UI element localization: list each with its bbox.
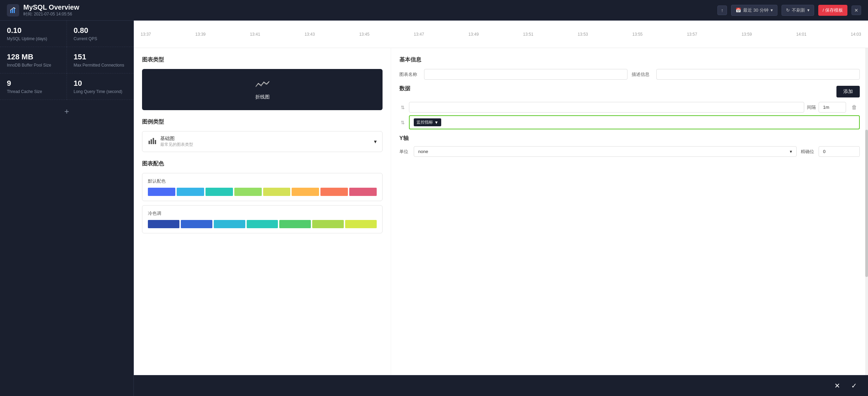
unit-selector[interactable]: none ▾ <box>414 146 797 157</box>
sidebar: 0.10 MySQL Uptime (days) 0.80 Current QP… <box>0 21 134 396</box>
scrollbar-track <box>865 48 868 375</box>
timeline-label-11: 13:59 <box>741 32 752 37</box>
time-range-button[interactable]: 📅 最近 30 分钟 ▾ <box>731 5 777 16</box>
basic-info-title: 基本信息 <box>399 56 860 63</box>
save-template-button[interactable]: / 保存模板 <box>818 5 847 16</box>
modal-confirm-button[interactable]: ✓ <box>848 380 860 391</box>
timeline-label-0: 13:37 <box>141 32 151 37</box>
swatch-4 <box>263 188 291 196</box>
line-chart-icon <box>256 79 269 91</box>
app-header: MySQL Overview 时间: 2021-07-05 14:05:56 ↑… <box>0 0 868 21</box>
chart-type-selector[interactable]: 折线图 <box>142 69 383 110</box>
data-section: 数据 添加 ⇅ 图例名称 间隔 🗑 <box>399 85 860 129</box>
legend-interval-row: ⇅ 图例名称 间隔 🗑 <box>399 102 860 113</box>
default-color-swatches <box>148 188 377 196</box>
refresh-icon: ↻ <box>786 8 790 13</box>
chevron-down-icon-2: ▾ <box>807 8 810 13</box>
bar-chart-icon <box>148 137 156 146</box>
cool-swatch-1 <box>181 220 212 228</box>
drag-handle-up[interactable]: ⇅ <box>399 103 406 112</box>
desc-input[interactable] <box>656 69 860 80</box>
timeline-label-5: 13:47 <box>414 32 424 37</box>
legend-name-input[interactable] <box>409 102 804 113</box>
interval-label: 间隔 <box>807 104 816 110</box>
precision-input[interactable] <box>819 146 860 157</box>
interval-input[interactable] <box>819 102 846 113</box>
main-content: 0.10 MySQL Uptime (days) 0.80 Current QP… <box>0 21 868 396</box>
timeline-label-3: 13:43 <box>305 32 315 37</box>
chart-name-input[interactable] <box>424 69 627 80</box>
modal-dialog: 13:37 13:39 13:41 13:43 13:45 13:47 13:4… <box>134 21 868 396</box>
cool-swatch-0 <box>148 220 179 228</box>
add-data-button[interactable]: 添加 <box>836 86 860 97</box>
cool-color-swatches <box>148 220 377 228</box>
timeline-label-1: 13:39 <box>195 32 206 37</box>
swatch-5 <box>292 188 319 196</box>
scrollbar-thumb[interactable] <box>865 130 868 277</box>
default-palette: 默认配色 <box>142 173 383 201</box>
default-palette-title: 默认配色 <box>148 178 377 184</box>
cool-swatch-4 <box>279 220 311 228</box>
data-header: 数据 添加 <box>399 85 860 98</box>
add-metric-button[interactable]: + <box>0 100 133 123</box>
chart-type-title: 图表类型 <box>142 56 383 63</box>
legend-type-selector[interactable]: 基础图 最常见的图表类型 ▾ <box>142 131 383 152</box>
close-button[interactable]: ✕ <box>852 5 861 15</box>
legend-type-main: 基础图 <box>160 136 193 142</box>
metric-current-qps: 0.80 Current QPS <box>67 21 134 47</box>
y-axis-row: 单位 none ▾ 精确位 <box>399 146 860 157</box>
metric-mysql-uptime: 0.10 MySQL Uptime (days) <box>0 21 67 47</box>
svg-rect-0 <box>10 10 11 13</box>
modal-cancel-button[interactable]: ✕ <box>832 380 843 391</box>
svg-rect-6 <box>155 140 156 144</box>
refresh-button[interactable]: ↻ 不刷新 ▾ <box>782 5 814 16</box>
legend-type-sub: 最常见的图表类型 <box>160 142 193 148</box>
drag-handle-down[interactable]: ⇅ <box>399 118 406 127</box>
delete-legend-button[interactable]: 🗑 <box>849 103 860 112</box>
unit-label: 单位 <box>399 149 410 155</box>
metric-long-query: 10 Long Query Time (second) <box>67 73 134 100</box>
monitor-tag[interactable]: 监控指标 ▼ <box>414 118 441 126</box>
metric-innodb-buffer: 128 MB InnoDB Buffer Pool Size <box>0 47 67 73</box>
modal-right-panel: 基本信息 图表名称 描述信息 数据 添加 <box>391 48 868 375</box>
modal-body: 图表类型 折线图 图例类型 <box>134 48 868 375</box>
data-title: 数据 <box>399 85 410 92</box>
y-axis-section: Y轴 单位 none ▾ 精确位 <box>399 135 860 157</box>
unit-chevron-icon: ▾ <box>790 149 792 154</box>
unit-value: none <box>418 149 428 154</box>
app-logo <box>7 4 19 16</box>
timeline-label-12: 14:01 <box>796 32 807 37</box>
legend-text-group: 基础图 最常见的图表类型 <box>160 136 193 148</box>
monitor-indicator-selector[interactable]: 监控指标 ▼ <box>409 115 860 129</box>
chart-name-row: 图表名称 描述信息 <box>399 69 860 80</box>
app-subtitle: 时间: 2021-07-05 14:05:56 <box>23 11 79 17</box>
app-title: MySQL Overview <box>23 3 79 11</box>
swatch-1 <box>177 188 204 196</box>
metrics-grid: 0.10 MySQL Uptime (days) 0.80 Current QP… <box>0 21 133 100</box>
svg-rect-3 <box>149 141 150 144</box>
chevron-down-icon: ▾ <box>771 8 773 13</box>
cool-swatch-5 <box>312 220 344 228</box>
timeline-label-2: 13:41 <box>250 32 260 37</box>
metric-thread-cache: 9 Thread Cache Size <box>0 73 67 100</box>
cool-palette-title: 冷色调 <box>148 210 377 217</box>
swatch-0 <box>148 188 175 196</box>
svg-rect-5 <box>153 138 154 144</box>
header-right: ↑ 📅 最近 30 分钟 ▾ ↻ 不刷新 ▾ / 保存模板 ✕ <box>717 5 861 16</box>
timeline-label-7: 13:51 <box>523 32 533 37</box>
header-left: MySQL Overview 时间: 2021-07-05 14:05:56 <box>7 3 79 17</box>
svg-rect-4 <box>151 139 152 144</box>
timeline-label-8: 13:53 <box>578 32 588 37</box>
chart-type-label: 折线图 <box>255 94 270 100</box>
cool-swatch-3 <box>247 220 278 228</box>
swatch-3 <box>234 188 262 196</box>
chart-timeline: 13:37 13:39 13:41 13:43 13:45 13:47 13:4… <box>134 21 868 48</box>
timeline-label-9: 13:55 <box>632 32 643 37</box>
cool-palette: 冷色调 <box>142 205 383 233</box>
modal-footer: ✕ ✓ <box>134 375 868 396</box>
swatch-7 <box>349 188 377 196</box>
upload-button[interactable]: ↑ <box>717 5 727 15</box>
timeline-labels: 13:37 13:39 13:41 13:43 13:45 13:47 13:4… <box>141 32 861 37</box>
color-scheme-title: 图表配色 <box>142 160 383 167</box>
metric-max-connections: 151 Max Permitted Connections <box>67 47 134 73</box>
